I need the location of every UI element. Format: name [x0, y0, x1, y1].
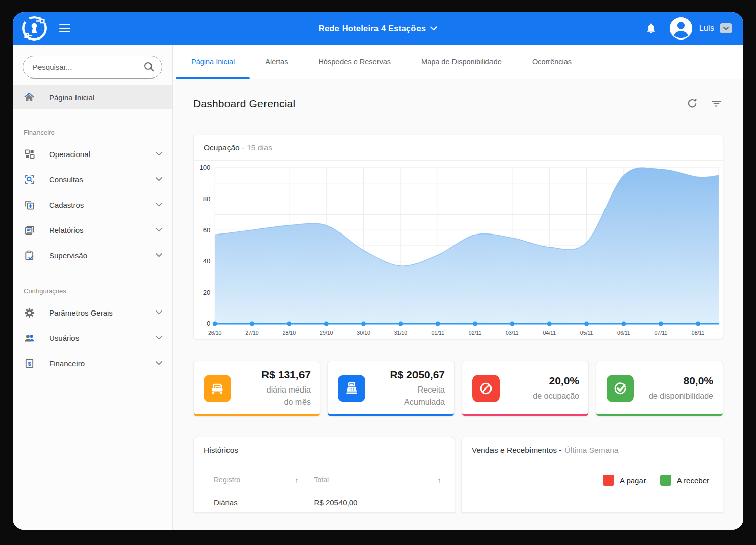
- svg-text:26/10: 26/10: [208, 330, 222, 336]
- svg-text:28/10: 28/10: [283, 330, 296, 336]
- legend-item-a-pagar[interactable]: A pagar: [603, 475, 646, 486]
- vendas-subtitle: Última Semana: [565, 446, 619, 455]
- stat-caption: de ocupação: [533, 390, 579, 402]
- stat-card-receita-acumulada: R$ 2050,67 Receita Acumulada: [327, 361, 455, 416]
- sidebar-item-label: Financeiro: [49, 359, 85, 368]
- stat-caption: de disponibilidade: [649, 390, 713, 402]
- bottom-panels-row: Históricos Registro ↑ Total ↑: [193, 437, 723, 513]
- chevron-down-icon: [156, 361, 162, 365]
- svg-text:30/10: 30/10: [357, 330, 370, 336]
- users-icon: [23, 332, 36, 344]
- a-receber-swatch-icon: [660, 475, 671, 486]
- sidebar-item-consultas[interactable]: Consultas: [13, 167, 172, 192]
- svg-text:27/10: 27/10: [245, 330, 259, 336]
- row-total: R$ 20540,00: [314, 498, 358, 507]
- tab-ocorrencias[interactable]: Ocorrências: [517, 45, 587, 79]
- sidebar-item-label: Supervisão: [49, 251, 87, 260]
- document-add-icon: [23, 199, 36, 211]
- svg-text:03/11: 03/11: [506, 330, 519, 336]
- chevron-down-icon: [430, 26, 437, 31]
- occupancy-chart-card: Ocupação - 15 dias 02040608010026/1027/1…: [193, 135, 723, 339]
- stat-value: R$ 2050,67: [390, 369, 445, 381]
- sidebar-item-supervisao[interactable]: Supervisão: [13, 243, 172, 268]
- chart-subtitle: 15 dias: [247, 143, 272, 152]
- svg-text:06/11: 06/11: [617, 330, 630, 336]
- svg-text:08/11: 08/11: [692, 330, 705, 336]
- chevron-down-icon: [156, 336, 162, 340]
- sidebar-item-usuarios[interactable]: Usuários: [13, 325, 172, 351]
- user-avatar[interactable]: [670, 17, 692, 40]
- sort-asc-icon[interactable]: ↑: [438, 476, 442, 484]
- legend-label: A pagar: [620, 476, 646, 485]
- sidebar-item-relatorios[interactable]: Relatórios: [13, 217, 172, 243]
- stat-caption: Receita Acumulada: [390, 384, 445, 408]
- menu-hamburger-icon[interactable]: [59, 21, 74, 36]
- chart-title: Ocupação -: [204, 143, 244, 152]
- svg-text:100: 100: [199, 164, 210, 172]
- historicos-table-header: Registro ↑ Total ↑: [194, 463, 455, 484]
- chevron-down-icon: [156, 203, 162, 207]
- svg-text:60: 60: [203, 226, 211, 234]
- stat-value: 20,0%: [533, 375, 579, 387]
- notifications-bell-icon[interactable]: [645, 22, 657, 34]
- tab-hospedes-reservas[interactable]: Hóspedes e Reservas: [303, 45, 406, 79]
- check-circle-icon: [607, 375, 634, 402]
- sort-asc-icon[interactable]: ↑: [295, 476, 299, 484]
- grid-icon: [23, 148, 36, 160]
- stat-value: 80,0%: [649, 375, 713, 387]
- sidebar-item-pagina-inicial[interactable]: Página Inicial: [13, 85, 172, 109]
- svg-text:$: $: [28, 360, 31, 366]
- search-frame-icon: [23, 174, 36, 185]
- tab-pagina-inicial[interactable]: Página Inicial: [176, 45, 250, 79]
- document-dollar-icon: $: [23, 358, 36, 369]
- user-name: Luís: [699, 24, 714, 33]
- main-area: Página Inicial Alertas Hóspedes e Reserv…: [173, 45, 743, 530]
- block-icon: [472, 375, 500, 402]
- column-total: Total: [314, 476, 329, 484]
- dashboard-content: Dashboard Gerencial: [173, 79, 743, 530]
- svg-text:04/11: 04/11: [543, 330, 556, 336]
- screen-frame: Rede Hoteleira 4 Estações Luís: [0, 0, 756, 545]
- sidebar: Página Inicial Financeiro Operacional: [13, 45, 173, 530]
- sidebar-item-cadastros[interactable]: Cadastros: [13, 192, 172, 217]
- svg-text:02/11: 02/11: [469, 330, 482, 336]
- search-icon[interactable]: [143, 61, 155, 74]
- legend-label: A receber: [677, 476, 709, 485]
- sidebar-item-parametros-gerais[interactable]: Parâmetros Gerais: [13, 300, 172, 325]
- chevron-down-icon: [156, 177, 162, 181]
- svg-text:20: 20: [203, 289, 211, 296]
- home-icon: [23, 91, 36, 103]
- occupancy-area-chart: 02040608010026/1027/1028/1029/1030/1031/…: [194, 161, 723, 339]
- sidebar-item-financeiro[interactable]: $ Financeiro: [13, 351, 172, 376]
- tab-mapa-disponibilidade[interactable]: Mapa de Disponibilidade: [406, 45, 517, 79]
- sidebar-item-label: Página Inicial: [49, 93, 94, 102]
- sidebar-item-label: Consultas: [49, 175, 83, 184]
- sidebar-item-operacional[interactable]: Operacional: [13, 141, 172, 167]
- gear-icon: [23, 307, 36, 319]
- stat-card-ocupacao: 20,0% de ocupação: [462, 361, 589, 416]
- sidebar-item-label: Operacional: [49, 150, 90, 159]
- chevron-down-icon: [156, 152, 162, 156]
- search-input[interactable]: [23, 56, 162, 79]
- stat-caption: diária média do mês: [261, 384, 311, 408]
- svg-text:31/10: 31/10: [394, 330, 408, 336]
- hotel-network-selector[interactable]: Rede Hoteleira 4 Estações: [319, 24, 437, 33]
- chevron-down-icon: [156, 253, 162, 257]
- a-pagar-swatch-icon: [603, 475, 614, 486]
- tab-alertas[interactable]: Alertas: [250, 45, 303, 79]
- chart-legend: A pagar A receber: [462, 463, 723, 497]
- refresh-icon[interactable]: [686, 97, 699, 110]
- svg-text:07/11: 07/11: [654, 330, 667, 336]
- svg-text:29/10: 29/10: [320, 330, 333, 336]
- legend-item-a-receber[interactable]: A receber: [660, 475, 709, 486]
- topbar: Rede Hoteleira 4 Estações Luís: [13, 12, 743, 45]
- app-window: Rede Hoteleira 4 Estações Luís: [13, 12, 743, 530]
- clipboard-check-icon: [23, 250, 36, 261]
- sidebar-item-label: Parâmetros Gerais: [49, 308, 113, 317]
- filter-icon[interactable]: [710, 97, 723, 110]
- svg-text:80: 80: [203, 195, 211, 203]
- app-logo-icon: [21, 15, 48, 42]
- user-menu-caret-icon[interactable]: [720, 23, 732, 33]
- svg-text:0: 0: [207, 320, 210, 328]
- sidebar-section-configuracoes: Configurações: [13, 275, 172, 300]
